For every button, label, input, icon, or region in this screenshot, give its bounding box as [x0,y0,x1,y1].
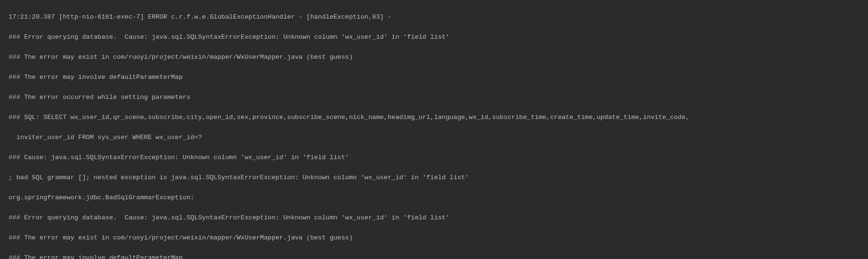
log-line: ### The error may involve defaultParamet… [9,253,865,259]
log-line: org.springframework.jdbc.BadSqlGrammarEx… [9,193,865,203]
log-line: ### The error may exist in com/ruoyi/pro… [9,52,865,62]
log-line: ### Cause: java.sql.SQLSyntaxErrorExcept… [9,152,865,162]
log-line: 17:21:20.387 [http-nio-6161-exec-7] ERRO… [9,12,865,22]
log-line: inviter_user_id FROM sys_user WHERE wx_u… [9,132,865,142]
log-line: ### The error may exist in com/ruoyi/pro… [9,233,865,243]
log-line: ### Error querying database. Cause: java… [9,213,865,223]
log-line: ### The error occurred while setting par… [9,92,865,102]
log-output[interactable]: 17:21:20.387 [http-nio-6161-exec-7] ERRO… [0,0,868,259]
log-line: ; bad SQL grammar []; nested exception i… [9,173,865,183]
log-line: ### The error may involve defaultParamet… [9,72,865,82]
log-line: ### SQL: SELECT wx_user_id,qr_scene,subs… [9,112,865,122]
log-line: ### Error querying database. Cause: java… [9,32,865,42]
